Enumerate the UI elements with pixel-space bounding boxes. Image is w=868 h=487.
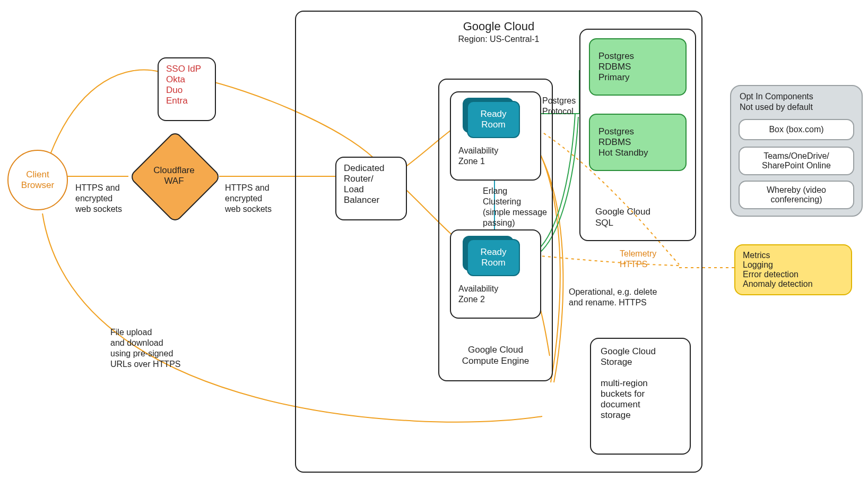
opt-in-item-whereby: Whereby (video conferencing): [739, 181, 854, 209]
ready-room-node-1: Ready Room: [467, 101, 520, 138]
ready-room-label-2: Ready Room: [480, 247, 506, 268]
opt-in-title: Opt In Components Not used by default: [740, 91, 813, 113]
cloud-storage-node: Google Cloud Storage multi-region bucket…: [590, 338, 691, 455]
opt-in-item-whereby-label: Whereby (video conferencing): [767, 185, 826, 204]
router-lb-node: Dedicated Router/ Load Balancer: [335, 157, 407, 220]
sso-idp-node: SSO IdP Okta Duo Entra: [158, 57, 216, 121]
edge-label-postgres: Postgres Protocol: [542, 96, 576, 117]
postgres-standby-node: Postgres RDBMS Hot Standby: [589, 114, 687, 171]
postgres-primary-node: Postgres RDBMS Primary: [589, 38, 687, 96]
router-lb-label: Dedicated Router/ Load Balancer: [344, 163, 385, 205]
postgres-standby-label: Postgres RDBMS Hot Standby: [598, 126, 648, 158]
opt-in-item-teams-label: Teams/OneDrive/ SharePoint Online: [762, 151, 831, 170]
ready-room-node-2: Ready Room: [467, 239, 520, 276]
telemetry-node: Metrics Logging Error detection Anomaly …: [734, 244, 852, 295]
edge-label-operational: Operational, e.g. delete and rename. HTT…: [569, 287, 657, 308]
edge-label-telemetry: Telemetry HTTPS: [620, 249, 656, 270]
az1-label: Availability Zone 1: [458, 146, 498, 167]
ready-room-label-1: Ready Room: [480, 109, 506, 130]
edge-label-erlang: Erlang Clustering (simple message passin…: [483, 186, 547, 228]
az2-label: Availability Zone 2: [458, 284, 498, 305]
compute-engine-title: Google Cloud Compute Engine: [438, 344, 553, 367]
telemetry-lines: Metrics Logging Error detection Anomaly …: [743, 251, 844, 289]
client-browser-label: Client Browser: [21, 169, 54, 191]
cloud-sql-title: Google Cloud SQL: [595, 206, 650, 229]
opt-in-item-teams: Teams/OneDrive/ SharePoint Online: [739, 147, 854, 175]
postgres-primary-label: Postgres RDBMS Primary: [598, 51, 634, 83]
edge-label-https-left: HTTPS and encrypted web sockets: [75, 183, 122, 215]
cloudflare-waf-node: Cloudflare WAF: [128, 130, 220, 221]
cloudflare-waf-label: Cloudflare WAF: [153, 165, 195, 186]
edge-label-https-right: HTTPS and encrypted web sockets: [225, 183, 272, 215]
cloud-storage-label: Google Cloud Storage multi-region bucket…: [601, 346, 656, 420]
opt-in-item-box: Box (box.com): [739, 119, 854, 140]
client-browser-node: Client Browser: [7, 150, 68, 210]
sso-idp-lines: SSO IdP Okta Duo Entra: [166, 64, 207, 106]
edge-label-file-upload: File upload and download using pre-signe…: [110, 327, 180, 370]
opt-in-item-box-label: Box (box.com): [769, 125, 823, 134]
